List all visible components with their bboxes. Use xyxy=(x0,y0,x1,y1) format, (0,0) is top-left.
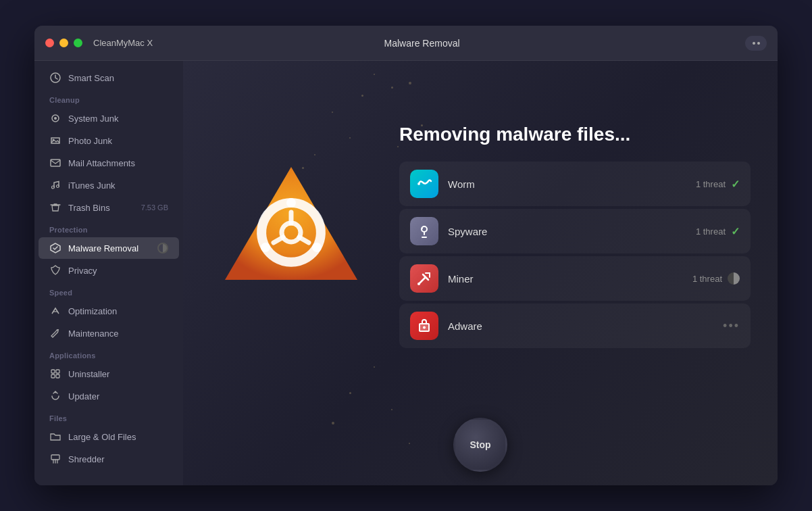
threat-item-spyware: Spyware 1 threat ✓ xyxy=(399,209,751,253)
trash-badge: 7.53 GB xyxy=(141,203,168,212)
sidebar-item-label: Photo Junk xyxy=(68,136,112,146)
threat-item-adware: Adware ••• xyxy=(399,303,751,348)
sidebar-item-updater[interactable]: Updater xyxy=(39,385,179,407)
sidebar-item-label: iTunes Junk xyxy=(68,180,116,191)
stop-button-inner: Stop xyxy=(455,420,505,470)
section-label-cleanup: Cleanup xyxy=(34,89,183,107)
adware-status: ••• xyxy=(723,319,740,333)
adware-label: Adware xyxy=(448,320,713,332)
svg-point-20 xyxy=(417,283,420,285)
worm-label: Worm xyxy=(448,178,686,190)
photo-junk-icon xyxy=(49,135,61,147)
svg-rect-10 xyxy=(51,374,55,378)
svg-rect-9 xyxy=(56,370,59,373)
removing-title: Removing malware files... xyxy=(399,124,751,145)
svg-rect-8 xyxy=(51,370,55,373)
dot xyxy=(753,42,755,45)
minimize-button[interactable] xyxy=(59,39,68,47)
section-label-files: Files xyxy=(34,408,183,425)
progress-indicator xyxy=(157,243,168,253)
svg-rect-12 xyxy=(51,455,59,460)
svg-point-2 xyxy=(54,117,57,120)
stop-button[interactable]: Stop xyxy=(453,418,507,472)
dot xyxy=(757,42,760,45)
sidebar-item-privacy[interactable]: Privacy xyxy=(39,260,179,281)
biohazard-graphic xyxy=(210,155,372,317)
adware-icon xyxy=(410,312,438,340)
miner-label: Miner xyxy=(448,273,683,285)
spyware-icon xyxy=(410,217,438,245)
trash-icon xyxy=(49,201,61,214)
svg-point-5 xyxy=(52,186,55,189)
spyware-threat-count: 1 threat xyxy=(696,226,726,237)
worm-icon xyxy=(410,170,438,198)
sidebar-item-optimization[interactable]: Optimization xyxy=(39,300,179,322)
main-content: Removing malware files... Worm xyxy=(183,61,778,411)
sidebar-item-label: Maintenance xyxy=(68,328,118,339)
miner-status: 1 threat xyxy=(692,272,740,285)
sidebar-item-system-junk[interactable]: System Junk xyxy=(39,107,179,129)
worm-threat-count: 1 threat xyxy=(696,179,726,189)
sidebar-item-large-old-files[interactable]: Large & Old Files xyxy=(39,426,179,447)
smart-scan-icon xyxy=(49,72,61,84)
sidebar-item-itunes-junk[interactable]: iTunes Junk xyxy=(39,174,179,196)
shredder-icon xyxy=(49,453,61,465)
threat-item-worm: Worm 1 threat ✓ xyxy=(399,162,751,206)
svg-rect-4 xyxy=(51,160,60,166)
stop-button-area: Stop xyxy=(183,411,778,485)
more-options-button[interactable] xyxy=(745,36,767,51)
miner-icon xyxy=(410,264,438,293)
sidebar-item-label: Trash Bins xyxy=(68,203,110,213)
sidebar-item-label: Updater xyxy=(68,391,99,402)
optimization-icon xyxy=(49,305,61,317)
titlebar: CleanMyMac X Malware Removal xyxy=(34,26,778,61)
sidebar-item-malware-removal[interactable]: Malware Removal xyxy=(39,237,179,259)
sidebar-item-mail-attachments[interactable]: Mail Attachments xyxy=(39,152,179,174)
sidebar-item-label: Mail Attachments xyxy=(68,158,135,168)
sidebar-item-photo-junk[interactable]: Photo Junk xyxy=(39,130,179,151)
sidebar-item-smart-scan[interactable]: Smart Scan xyxy=(39,67,179,89)
miner-threat-count: 1 threat xyxy=(692,274,722,284)
spyware-status: 1 threat ✓ xyxy=(696,225,740,238)
svg-point-17 xyxy=(417,182,420,185)
sidebar-item-maintenance[interactable]: Maintenance xyxy=(39,322,179,344)
svg-rect-11 xyxy=(56,374,59,378)
worm-status: 1 threat ✓ xyxy=(696,178,740,191)
svg-point-18 xyxy=(422,226,427,232)
sidebar-item-label: Malware Removal xyxy=(68,243,138,253)
traffic-lights xyxy=(45,39,82,47)
system-junk-icon xyxy=(49,112,61,124)
updater-icon xyxy=(49,390,61,402)
window-title: Malware Removal xyxy=(99,38,745,49)
svg-point-6 xyxy=(57,185,59,188)
sidebar: Smart Scan Cleanup System Junk xyxy=(34,61,183,485)
threat-item-miner: Miner 1 threat xyxy=(399,256,751,301)
svg-point-21 xyxy=(423,326,426,329)
maximize-button[interactable] xyxy=(74,39,82,47)
sidebar-item-shredder[interactable]: Shredder xyxy=(39,448,179,470)
biohazard-container xyxy=(210,155,372,317)
stop-label: Stop xyxy=(470,439,490,450)
close-button[interactable] xyxy=(45,39,54,47)
sidebar-item-label: Privacy xyxy=(68,266,97,276)
section-label-protection: Protection xyxy=(34,219,183,237)
sidebar-item-label: System Junk xyxy=(68,114,118,124)
music-icon xyxy=(49,179,61,191)
info-panel: Removing malware files... Worm xyxy=(399,124,751,348)
spyware-check-icon: ✓ xyxy=(731,225,740,238)
app-window: CleanMyMac X Malware Removal Smart Scan xyxy=(34,26,778,485)
sidebar-item-label: Large & Old Files xyxy=(68,432,136,442)
adware-more-icon: ••• xyxy=(723,319,740,333)
section-label-applications: Applications xyxy=(34,345,183,362)
uninstaller-icon xyxy=(49,368,61,380)
miner-progress-icon xyxy=(728,272,740,285)
sidebar-item-label: Optimization xyxy=(68,306,117,316)
malware-icon xyxy=(49,242,61,254)
sidebar-item-label: Uninstaller xyxy=(68,369,109,379)
sidebar-item-trash-bins[interactable]: Trash Bins 7.53 GB xyxy=(39,197,179,218)
privacy-icon xyxy=(49,264,61,276)
sidebar-item-uninstaller[interactable]: Uninstaller xyxy=(39,363,179,385)
svg-point-19 xyxy=(422,228,423,229)
main-layout: Smart Scan Cleanup System Junk xyxy=(34,61,778,485)
content-area: Removing malware files... Worm xyxy=(183,61,778,485)
